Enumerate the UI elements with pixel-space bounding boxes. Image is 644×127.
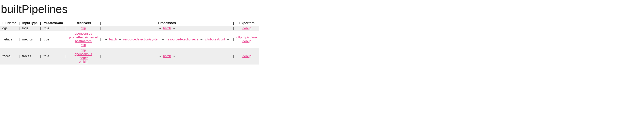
cell-sep: | xyxy=(232,48,235,65)
cell-exporters: debug xyxy=(235,48,259,65)
cell-processors: → batch → resourcedetection/system → res… xyxy=(102,31,232,48)
processors-flow: → batch → xyxy=(158,26,176,30)
col-mutatesdata: MutatesData xyxy=(42,20,64,26)
cell-mutatesdata: true xyxy=(42,31,64,48)
cell-sep: | xyxy=(39,48,42,65)
cell-exporters: otlphttp/splunkdebug xyxy=(235,31,259,48)
cell-sep: | xyxy=(18,26,21,31)
receiver-link[interactable]: prometheus/internal xyxy=(69,36,98,39)
processor-link[interactable]: attributes/conf xyxy=(205,38,225,41)
cell-inputtype: traces xyxy=(21,48,39,65)
receiver-link[interactable]: jaeger xyxy=(79,56,88,60)
cell-fullname: traces xyxy=(0,48,18,65)
cell-processors: → batch → xyxy=(102,48,232,65)
cell-sep: | xyxy=(99,48,102,65)
arrow-icon: → xyxy=(200,38,203,41)
processor-link[interactable]: batch xyxy=(163,54,171,58)
arrow-icon: → xyxy=(172,26,176,30)
table-header-row: FullName | InputType | MutatesData | Rec… xyxy=(0,20,259,26)
exporter-link[interactable]: debug xyxy=(242,54,252,58)
arrow-icon: → xyxy=(158,26,162,30)
receiver-link[interactable]: opencensus xyxy=(74,32,92,35)
arrow-icon: → xyxy=(226,38,230,41)
page-title: builtPipelines xyxy=(1,2,644,15)
arrow-icon: → xyxy=(162,38,165,41)
cell-receivers: otlpopencensusjaegerzipkin xyxy=(67,48,99,65)
exporter-link[interactable]: otlphttp/splunk xyxy=(236,36,257,39)
cell-sep: | xyxy=(232,26,235,31)
exporters-list: debug xyxy=(236,54,257,58)
cell-sep: | xyxy=(64,26,67,31)
cell-sep: | xyxy=(232,31,235,48)
col-sep: | xyxy=(232,20,235,26)
table-row: metrics|metrics|true|opencensusprometheu… xyxy=(0,31,259,48)
cell-receivers: opencensusprometheus/internalhostmetrics… xyxy=(67,31,99,48)
cell-mutatesdata: true xyxy=(42,26,64,31)
exporter-link[interactable]: debug xyxy=(242,39,252,43)
col-sep: | xyxy=(39,20,42,26)
exporters-list: debug xyxy=(236,26,257,30)
cell-sep: | xyxy=(99,31,102,48)
cell-fullname: metrics xyxy=(0,31,18,48)
col-inputtype: InputType xyxy=(21,20,39,26)
processor-link[interactable]: batch xyxy=(163,26,171,30)
exporters-list: otlphttp/splunkdebug xyxy=(236,36,257,43)
receivers-list: otlpopencensusjaegerzipkin xyxy=(69,49,98,64)
processors-flow: → batch → xyxy=(158,54,176,58)
cell-sep: | xyxy=(39,26,42,31)
col-sep: | xyxy=(99,20,102,26)
cell-processors: → batch → xyxy=(102,26,232,31)
cell-sep: | xyxy=(18,48,21,65)
cell-mutatesdata: true xyxy=(42,48,64,65)
receiver-link[interactable]: otlp xyxy=(81,43,86,47)
arrow-icon: → xyxy=(172,54,176,58)
col-processors: Processors xyxy=(102,20,232,26)
processor-link[interactable]: resourcedetection/ec2 xyxy=(166,38,198,41)
processors-flow: → batch → resourcedetection/system → res… xyxy=(104,38,230,41)
table-row: logs|logs|true|otlp|→ batch →|debug xyxy=(0,26,259,31)
receiver-link[interactable]: hostmetrics xyxy=(75,39,92,43)
cell-sep: | xyxy=(99,26,102,31)
cell-fullname: logs xyxy=(0,26,18,31)
col-sep: | xyxy=(64,20,67,26)
arrow-icon: → xyxy=(158,54,162,58)
receivers-list: otlp xyxy=(69,26,98,30)
cell-sep: | xyxy=(39,31,42,48)
col-exporters: Exporters xyxy=(235,20,259,26)
cell-exporters: debug xyxy=(235,26,259,31)
cell-inputtype: metrics xyxy=(21,31,39,48)
cell-receivers: otlp xyxy=(67,26,99,31)
processor-link[interactable]: resourcedetection/system xyxy=(123,38,160,41)
cell-sep: | xyxy=(64,31,67,48)
arrow-icon: → xyxy=(104,38,108,41)
cell-inputtype: logs xyxy=(21,26,39,31)
receiver-link[interactable]: opencensus xyxy=(74,52,92,56)
receiver-link[interactable]: zipkin xyxy=(79,60,88,64)
col-fullname: FullName xyxy=(0,20,18,26)
col-receivers: Receivers xyxy=(67,20,99,26)
exporter-link[interactable]: debug xyxy=(242,26,252,30)
col-sep: | xyxy=(18,20,21,26)
cell-sep: | xyxy=(64,48,67,65)
receivers-list: opencensusprometheus/internalhostmetrics… xyxy=(69,32,98,47)
pipelines-table: FullName | InputType | MutatesData | Rec… xyxy=(0,20,259,65)
processor-link[interactable]: batch xyxy=(109,38,117,41)
receiver-link[interactable]: otlp xyxy=(81,26,86,30)
arrow-icon: → xyxy=(118,38,122,41)
cell-sep: | xyxy=(18,31,21,48)
table-row: traces|traces|true|otlpopencensusjaegerz… xyxy=(0,48,259,65)
receiver-link[interactable]: otlp xyxy=(81,49,86,52)
